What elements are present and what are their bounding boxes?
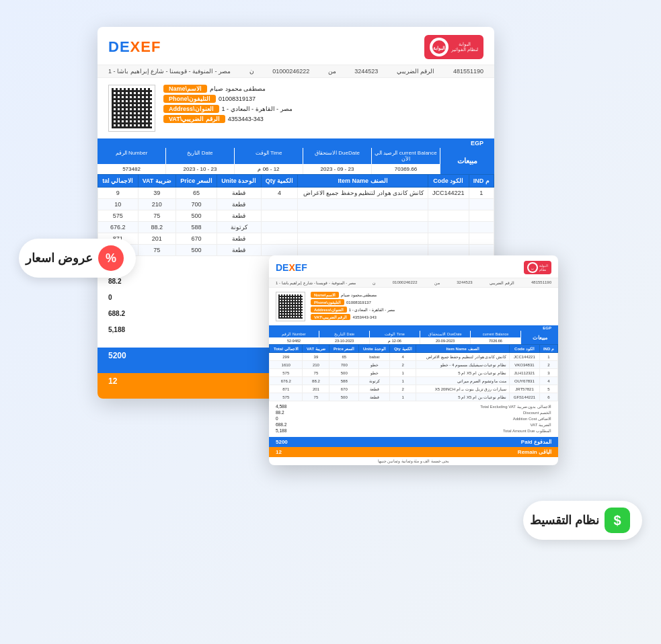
table-row: 6 GFS144221 نظام نوعيات بن ام X5 ام 5 1 …: [270, 393, 558, 401]
sinv-customer-info: مصطفى محمود صيام الاسم\Name 01008319137 …: [269, 288, 558, 325]
col-qty: الكمية Qty: [261, 175, 298, 188]
sinv-paid-row: المدفوع Paid 5200: [269, 437, 558, 447]
sinv-meta-bar: مبيعات current Balance DueDate الاستحقاق…: [269, 331, 558, 344]
customer-address-row: مصر - القاهرة - المعادي - 1 العنوان\Addr…: [163, 105, 483, 113]
svg-text:ب: ب: [531, 267, 534, 270]
sinv-address-bar: 481551190 الرقم الضريبي 3244523 من 01000…: [269, 278, 558, 288]
invoice-secondary: DEXEF ب البوابةنظام 481551190 الرقم الضر…: [269, 255, 558, 465]
badge-installment[interactable]: $ نظام التقسيط: [523, 501, 642, 540]
customer-name-label: الاسم\Name: [163, 85, 207, 93]
qr-pattern-main: [112, 88, 152, 128]
table-row: 3 JLH112321 نظام نوعيات بن ام X5 ام 5 1 …: [270, 369, 558, 377]
sinv-summary: الاجمالى بدون ضريبة Total Excluding VAT …: [269, 401, 558, 437]
invoice-main-header: DEXEF البوابة البوابةلنظام الفواتير: [98, 27, 494, 65]
col-total: الاجمالي tal: [98, 175, 139, 188]
from-main: من: [328, 68, 336, 75]
svg-text:البوابة: البوابة: [433, 46, 445, 51]
sinv-table: م IND الكود Code الصنف Item Name الكمية …: [269, 344, 558, 401]
table-row: 1 JCC144221 كانش كاندى هوادر لتنظيم وحفظ…: [270, 353, 558, 361]
phone-val-main: 01000246222: [272, 68, 309, 75]
table-row: 5 JRT57821 سيارات رزق تزيل بنوت بـ ام X5…: [270, 385, 558, 393]
percent-icon: %: [98, 245, 124, 271]
sinv-company-badge: ب البوابةنظام: [524, 261, 551, 274]
table-row: 4 OUY67831 منت ما وتشوم الصرم ميراتي 1 ك…: [270, 377, 558, 385]
company-logo-circle: البوابة: [430, 38, 449, 56]
customer-phone-value: 01008319137: [219, 95, 256, 102]
customer-vat-label: الرقم الضريبي\VAT: [163, 115, 225, 123]
customer-vat-row: 4353443-343 الرقم الضريبي\VAT: [163, 115, 483, 123]
sinv-footer: بحى خمسة الف و مئة وثمانية وثمانين جنيها: [269, 457, 558, 465]
address-main: مصر - المنوفية - قويسنا - شارع إبراهيم ب…: [108, 68, 231, 75]
from-val-main: 3244523: [354, 68, 378, 75]
badge-offers[interactable]: % عروض اسعار: [19, 239, 136, 278]
customer-phone-label: التليفون\Phone: [163, 95, 216, 103]
dexef-logo-secondary: DEXEF: [276, 262, 307, 273]
sinv-egp-bar: EGP: [269, 325, 558, 331]
dollar-icon: $: [605, 508, 630, 533]
customer-address-label: العنوان\Address: [163, 105, 219, 113]
tax-label-main: الرقم الضريبي: [397, 68, 435, 75]
meta-title-main: مبيعات: [440, 148, 494, 174]
dexef-logo-main: DEXEF: [108, 38, 161, 56]
table-row: 1 JCC144221 كانش كاندى هوادر لتنظيم وحفظ…: [98, 188, 494, 199]
invoice-table-main: م IND الكود Code الصنف Item Name الكمية …: [98, 174, 494, 256]
company-badge-main: البوابة البوابةلنظام الفواتير: [424, 35, 483, 59]
customer-name-value: مصطفى محمود صيام: [210, 85, 266, 92]
customer-phone-row: 01008319137 التليفون\Phone: [163, 95, 483, 103]
tax-num-main: 481551190: [453, 68, 483, 75]
customer-vat-value: 4353443-343: [228, 116, 264, 122]
address-bar-main: 481551190 الرقم الضريبي 3244523 من 01000…: [98, 65, 494, 78]
col-price: السعر Price: [176, 175, 217, 188]
egp-bar-main: EGP: [98, 138, 494, 148]
sinv-remain-row: الباقى Remain 12: [269, 447, 558, 457]
col-code: الكود Code: [428, 175, 469, 188]
customer-info-main: مصطفى محمود صيام الاسم\Name 01008319137 …: [98, 78, 494, 138]
table-row: قطعة 500 75 575: [98, 210, 494, 222]
table-row: قطعة 500 75 575: [98, 245, 494, 256]
badge-installment-label: نظام التقسيط: [530, 513, 599, 528]
table-row: 2 VKO34831 نظام نوعيات سيفيليك مسموم 4 -…: [270, 361, 558, 369]
col-item: الصنف Item Name: [298, 175, 428, 188]
col-unit: الوحدة Unite: [217, 175, 261, 188]
customer-address-value: مصر - القاهرة - المعادي - 1: [222, 106, 293, 112]
customer-name-row: مصطفى محمود صيام الاسم\Name: [163, 85, 483, 93]
sinv-qr: [276, 292, 305, 321]
meta-values-main: 70369.66 23 - 09 - 2023 12 - 06 م 23 - 1…: [98, 164, 440, 174]
table-row: قطعة 700 210 10: [98, 199, 494, 210]
col-vat: ضريبة VAT: [138, 175, 176, 188]
page-wrapper: DEXEF البوابة البوابةلنظام الفواتير 4815…: [0, 0, 661, 644]
badge-offers-label: عروض اسعار: [26, 251, 93, 266]
meta-labels-main: current Balance الرصيد الي الآن DueDate …: [98, 148, 440, 164]
table-row: قطعة 670 201 871: [98, 233, 494, 245]
qr-code-main: [108, 85, 155, 132]
meta-bar-main: مبيعات current Balance الرصيد الي الآن D…: [98, 148, 494, 174]
table-row: كرتونة 588 88.2 676.2: [98, 222, 494, 233]
n-main: ن: [249, 68, 254, 75]
sinv-header: DEXEF ب البوابةنظام: [269, 255, 558, 278]
sinv-meta-title: مبيعات: [521, 331, 558, 344]
col-ind: م IND: [469, 175, 494, 188]
